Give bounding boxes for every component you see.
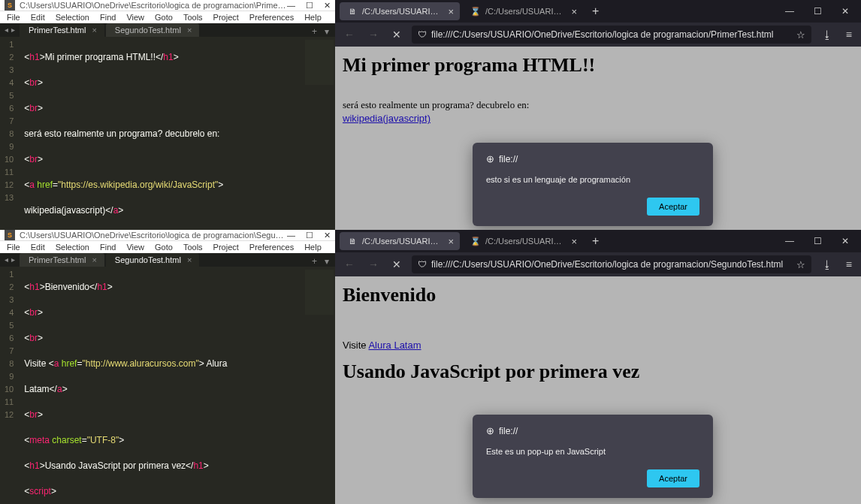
tab-next-icon[interactable]: ▸ [10, 26, 17, 34]
menu-project[interactable]: Project [210, 241, 243, 253]
downloads-icon[interactable]: ⭳ [819, 27, 835, 42]
menu-preferences[interactable]: Preferences [246, 241, 298, 253]
shield-icon[interactable]: 🛡 [418, 29, 427, 40]
menu-find[interactable]: Find [96, 11, 119, 23]
tab-prev-icon[interactable]: ◂ [3, 26, 10, 34]
menu-file[interactable]: File [3, 241, 24, 253]
code-area[interactable]: <h1>Mi primer programa HTML!!</h1> <br> … [20, 37, 335, 230]
alert-message: Este es un pop-up en JavaScript [486, 447, 699, 456]
menu-view[interactable]: View [122, 11, 148, 23]
minimize-button[interactable]: — [287, 1, 295, 11]
menu-view[interactable]: View [122, 241, 148, 253]
firefox-browser-2: 🗎 /C:/Users/USUARIO/OneDrive/E × ⌛ /C:/U… [335, 230, 861, 504]
browser-tab-1[interactable]: 🗎 /C:/Users/USUARIO/OneDrive/Escrit × [340, 2, 460, 20]
bookmark-icon[interactable]: ☆ [796, 259, 805, 270]
sublime-icon: S [5, 0, 15, 11]
maximize-button[interactable]: ☐ [806, 233, 829, 249]
close-button[interactable]: ✕ [324, 1, 331, 11]
code-editor[interactable]: 12345678910111213 <h1>Mi primer programa… [0, 37, 335, 230]
menu-find[interactable]: Find [96, 241, 119, 253]
url-bar[interactable]: 🛡 file:///C:/Users/USUARIO/OneDrive/Escr… [412, 255, 811, 273]
app-menu-icon[interactable]: ≡ [843, 27, 855, 42]
back-button[interactable]: ← [341, 27, 358, 42]
shield-icon[interactable]: 🛡 [418, 259, 427, 270]
menu-help[interactable]: Help [301, 241, 325, 253]
stop-button[interactable]: ✕ [389, 257, 404, 272]
menu-selection[interactable]: Selection [52, 11, 93, 23]
bookmark-icon[interactable]: ☆ [796, 29, 805, 41]
maximize-button[interactable]: ☐ [306, 1, 313, 11]
menu-goto[interactable]: Goto [151, 11, 177, 23]
minimize-button[interactable]: — [778, 233, 802, 249]
maximize-button[interactable]: ☐ [306, 231, 313, 240]
titlebar[interactable]: S C:\Users\USUARIO\OneDrive\Escritorio\l… [0, 0, 335, 11]
tab-prev-icon[interactable]: ◂ [3, 255, 10, 264]
maximize-button[interactable]: ☐ [806, 3, 829, 20]
menu-selection[interactable]: Selection [52, 241, 93, 253]
menu-goto[interactable]: Goto [151, 241, 177, 253]
close-icon[interactable]: × [569, 6, 579, 17]
close-button[interactable]: ✕ [324, 231, 331, 240]
tab-menu-icon[interactable]: ▾ [325, 256, 329, 267]
new-tab-button[interactable]: + [586, 5, 605, 18]
menu-project[interactable]: Project [210, 11, 243, 23]
forward-button[interactable]: → [365, 27, 382, 42]
close-button[interactable]: ✕ [834, 233, 856, 249]
downloads-icon[interactable]: ⭳ [819, 257, 835, 272]
tab-primertest[interactable]: PrimerTest.html× [20, 23, 104, 37]
line-gutter: 12345678910111213 [0, 37, 20, 230]
close-icon[interactable]: × [187, 255, 192, 264]
browser-tab-1[interactable]: 🗎 /C:/Users/USUARIO/OneDrive/E × [340, 232, 460, 250]
tab-next-icon[interactable]: ▸ [10, 255, 17, 264]
close-icon[interactable]: × [446, 6, 455, 17]
url-text: file:///C:/Users/USUARIO/OneDrive/Escrit… [431, 259, 792, 270]
menu-edit[interactable]: Edit [27, 241, 49, 253]
alert-dialog: ⊕file:// esto si es un lenguaje de progr… [473, 143, 713, 226]
alura-link[interactable]: Alura Latam [368, 340, 421, 351]
app-menu-icon[interactable]: ≡ [843, 257, 855, 272]
tab-segundotest[interactable]: SegundoTest.html× [106, 253, 200, 267]
alert-source: ⊕file:// [486, 153, 699, 164]
url-bar[interactable]: 🛡 file:///C:/Users/USUARIO/OneDrive/Escr… [412, 26, 811, 44]
close-icon[interactable]: × [92, 26, 96, 35]
alert-source: ⊕file:// [486, 425, 699, 436]
close-icon[interactable]: × [187, 26, 192, 35]
close-icon[interactable]: × [92, 255, 96, 264]
minimap[interactable] [305, 270, 334, 315]
menu-help[interactable]: Help [301, 11, 325, 23]
menu-file[interactable]: File [3, 11, 24, 23]
tab-menu-icon[interactable]: ▾ [325, 26, 329, 37]
new-tab-button[interactable]: + [586, 234, 605, 248]
tabbar: ◂▸ PrimerTest.html× SegundoTest.html× +▾ [0, 253, 335, 267]
page-text: Visite Alura Latam [343, 340, 853, 352]
tab-segundotest[interactable]: SegundoTest.html× [106, 23, 200, 37]
alert-ok-button[interactable]: Aceptar [647, 198, 699, 216]
new-tab-button[interactable]: + [312, 256, 317, 267]
browser-toolbar: ← → ✕ 🛡 file:///C:/Users/USUARIO/OneDriv… [335, 252, 861, 276]
browser-tab-2[interactable]: ⌛ /C:/Users/USUARIO/OneDrive/E × [463, 2, 583, 20]
close-icon[interactable]: × [446, 236, 455, 247]
close-button[interactable]: ✕ [834, 3, 856, 20]
code-area[interactable]: <h1>Bienvenido</h1> <br> <br> Visite <a … [20, 267, 335, 504]
menu-tools[interactable]: Tools [180, 11, 207, 23]
close-icon[interactable]: × [569, 236, 579, 247]
stop-button[interactable]: ✕ [389, 27, 404, 42]
titlebar[interactable]: S C:\Users\USUARIO\OneDrive\Escritorio\l… [0, 230, 335, 241]
forward-button[interactable]: → [365, 257, 382, 272]
new-tab-button[interactable]: + [312, 26, 317, 37]
browser-tab-2[interactable]: ⌛ /C:/Users/USUARIO/OneDrive/E × [463, 232, 583, 250]
minimize-button[interactable]: — [287, 231, 295, 240]
tab-primertest[interactable]: PrimerTest.html× [20, 253, 104, 267]
menu-tools[interactable]: Tools [180, 241, 207, 253]
menu-edit[interactable]: Edit [27, 11, 49, 23]
alert-ok-button[interactable]: Aceptar [647, 469, 699, 487]
back-button[interactable]: ← [341, 257, 358, 272]
firefox-browser-1: 🗎 /C:/Users/USUARIO/OneDrive/Escrit × ⌛ … [335, 0, 861, 230]
wiki-link[interactable]: wikipedia(javascript) [343, 113, 430, 124]
menu-preferences[interactable]: Preferences [246, 11, 298, 23]
sublime-editor-2: S C:\Users\USUARIO\OneDrive\Escritorio\l… [0, 230, 335, 504]
code-editor[interactable]: 123456789101112 <h1>Bienvenido</h1> <br>… [0, 267, 335, 504]
page-text: será esto realmente un programa? decubre… [343, 99, 853, 111]
minimap[interactable] [305, 40, 334, 85]
minimize-button[interactable]: — [778, 3, 802, 20]
